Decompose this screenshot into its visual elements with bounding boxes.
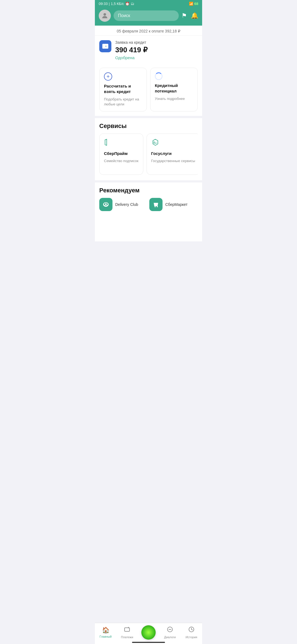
card-potential-desc: Узнать подробнее <box>155 96 193 101</box>
spinner-icon <box>155 72 163 80</box>
section-divider-1 <box>95 116 202 118</box>
gosuslugi-name: Госуслуги <box>151 151 195 156</box>
bell-icon[interactable]: 🔔 <box>191 12 198 19</box>
recommend-scroll-container: Delivery Club СберМаркет 🎵 СберЗву <box>99 198 198 212</box>
credit-details: Заявка на кредит 390 419 ₽ Одобрена <box>115 40 198 60</box>
service-card-sberprime[interactable]: СберПрайм Семейство подписок <box>99 133 143 175</box>
status-right: 📶 68 <box>189 2 198 6</box>
recommend-item-sbermarket[interactable]: СберМаркет <box>149 198 196 211</box>
svg-point-11 <box>155 206 156 207</box>
sberprime-icon <box>104 138 139 148</box>
credit-card-calculate[interactable]: + Рассчитать и взять кредит Подобрать кр… <box>99 68 147 111</box>
credit-date-text: 05 февраля 2022 к оплате 392,18 ₽ <box>117 29 180 33</box>
credit-amount: 390 419 ₽ <box>115 46 198 54</box>
user-avatar[interactable] <box>99 10 111 22</box>
services-section: Сервисы СберПрайм Семейство подписок <box>95 118 202 180</box>
status-left: 09:33 | 1,5 КБ/с ⏰ 🗂 <box>99 2 134 6</box>
search-placeholder: Поиск <box>118 13 130 18</box>
network-info: 1,5 КБ/с <box>111 2 124 6</box>
credit-cards-section: + Рассчитать и взять кредит Подобрать кр… <box>95 64 202 116</box>
svg-point-10 <box>105 203 107 205</box>
plus-circle-icon: + <box>104 72 112 81</box>
services-title: Сервисы <box>99 122 198 130</box>
time: 09:33 <box>99 2 108 6</box>
recommend-section: Рекомендуем Delivery Club <box>95 182 202 217</box>
status-bar: 09:33 | 1,5 КБ/с ⏰ 🗂 📶 68 <box>95 0 202 7</box>
credit-card-potential[interactable]: Кредитный потенциал Узнать подробнее <box>150 68 198 111</box>
header-icons: ⚑ 🔔 <box>182 12 198 19</box>
signal-icon: 📶 <box>189 2 193 6</box>
network-speed: | <box>109 2 110 6</box>
credit-application-block[interactable]: Заявка на кредит 390 419 ₽ Одобрена <box>95 36 202 64</box>
sberprime-desc: Семейство подписок <box>104 159 139 163</box>
sim-icon: 🗂 <box>131 2 134 6</box>
recommend-item-delivery[interactable]: Delivery Club <box>99 198 146 211</box>
gosuslugi-icon <box>151 138 195 148</box>
delivery-club-logo <box>99 198 112 211</box>
section-divider-2 <box>95 180 202 182</box>
gosuslugi-desc: Государственные сервисы <box>151 159 195 163</box>
svg-point-12 <box>157 206 158 207</box>
flag-icon[interactable]: ⚑ <box>182 12 187 19</box>
credit-date-info: 05 февраля 2022 к оплате 392,18 ₽ <box>95 26 202 36</box>
sbermarket-name: СберМаркет <box>165 202 188 207</box>
credit-wallet-icon <box>99 40 111 52</box>
credit-label: Заявка на кредит <box>115 40 198 45</box>
bottom-spacer <box>95 217 202 241</box>
app-header: Поиск ⚑ 🔔 <box>95 7 202 26</box>
card-potential-title: Кредитный потенциал <box>155 83 193 94</box>
service-card-gosuslugi[interactable]: Госуслуги Государственные сервисы <box>147 133 198 175</box>
sberprime-name: СберПрайм <box>104 151 139 156</box>
credit-status: Одобрена <box>115 55 198 60</box>
card-calculate-desc: Подобрать кредит на любые цели <box>104 97 142 107</box>
services-scroll-container[interactable]: СберПрайм Семейство подписок Госуслуги Г… <box>99 133 198 176</box>
clock-icon: ⏰ <box>125 2 130 6</box>
svg-point-0 <box>103 13 106 16</box>
search-bar[interactable]: Поиск <box>114 10 179 21</box>
battery-level: 68 <box>194 2 198 6</box>
recommend-title: Рекомендуем <box>99 187 198 194</box>
main-content: 05 февраля 2022 к оплате 392,18 ₽ Заявка… <box>95 26 202 241</box>
card-calculate-title: Рассчитать и взять кредит <box>104 83 142 94</box>
delivery-club-name: Delivery Club <box>115 202 138 207</box>
sbermarket-logo <box>149 198 163 211</box>
